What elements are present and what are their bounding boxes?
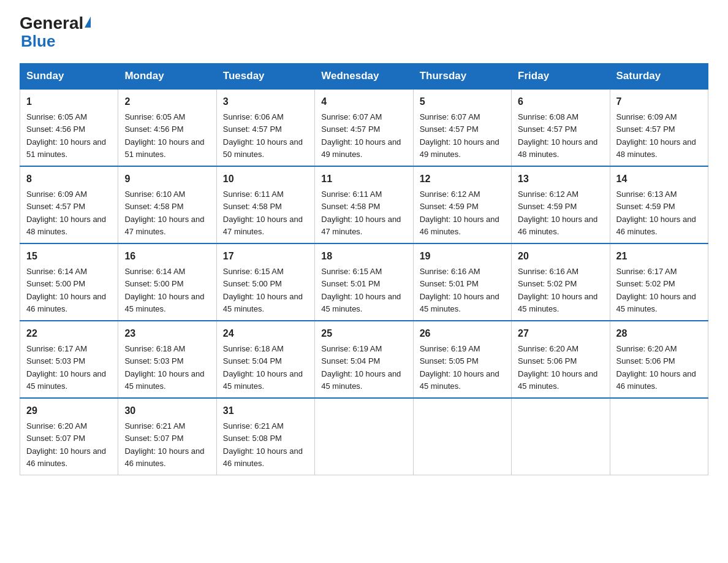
day-number: 14 [616,172,702,186]
header-cell-thursday: Thursday [413,64,511,90]
day-cell: 16 Sunrise: 6:14 AMSunset: 5:00 PMDaylig… [118,243,216,321]
logo-blue-text: Blue [21,32,55,51]
day-cell: 24 Sunrise: 6:18 AMSunset: 5:04 PMDaylig… [216,321,314,398]
day-info: Sunrise: 6:07 AMSunset: 4:57 PMDaylight:… [420,112,499,159]
day-info: Sunrise: 6:21 AMSunset: 5:08 PMDaylight:… [223,421,303,468]
logo: General Blue [20,15,91,51]
day-number: 12 [420,172,505,186]
day-info: Sunrise: 6:20 AMSunset: 5:06 PMDaylight:… [616,344,696,391]
day-info: Sunrise: 6:17 AMSunset: 5:03 PMDaylight:… [26,344,106,391]
day-number: 1 [26,94,112,109]
header-cell-tuesday: Tuesday [216,64,314,90]
day-number: 20 [518,249,603,264]
week-row-3: 15 Sunrise: 6:14 AMSunset: 5:00 PMDaylig… [20,243,708,321]
day-number: 29 [26,404,112,418]
day-number: 9 [124,172,210,186]
day-cell: 26 Sunrise: 6:19 AMSunset: 5:05 PMDaylig… [413,321,511,398]
header-row: SundayMondayTuesdayWednesdayThursdayFrid… [20,64,708,90]
day-info: Sunrise: 6:09 AMSunset: 4:57 PMDaylight:… [616,112,696,159]
week-row-5: 29 Sunrise: 6:20 AMSunset: 5:07 PMDaylig… [20,398,708,475]
day-cell: 5 Sunrise: 6:07 AMSunset: 4:57 PMDayligh… [413,89,511,166]
day-info: Sunrise: 6:15 AMSunset: 5:00 PMDaylight:… [223,267,303,313]
day-info: Sunrise: 6:17 AMSunset: 5:02 PMDaylight:… [616,267,696,313]
day-number: 11 [321,172,406,186]
day-cell: 20 Sunrise: 6:16 AMSunset: 5:02 PMDaylig… [512,243,610,321]
day-cell: 15 Sunrise: 6:14 AMSunset: 5:00 PMDaylig… [20,243,118,321]
day-info: Sunrise: 6:15 AMSunset: 5:01 PMDaylight:… [321,267,401,313]
day-number: 27 [518,326,603,341]
day-cell: 13 Sunrise: 6:12 AMSunset: 4:59 PMDaylig… [512,166,610,243]
day-number: 8 [26,172,112,186]
day-number: 3 [223,94,308,109]
week-row-1: 1 Sunrise: 6:05 AMSunset: 4:56 PMDayligh… [20,89,708,166]
week-row-2: 8 Sunrise: 6:09 AMSunset: 4:57 PMDayligh… [20,166,708,243]
day-info: Sunrise: 6:05 AMSunset: 4:56 PMDaylight:… [124,112,204,159]
day-cell: 1 Sunrise: 6:05 AMSunset: 4:56 PMDayligh… [20,89,118,166]
calendar-table: SundayMondayTuesdayWednesdayThursdayFrid… [20,63,708,475]
day-number: 17 [223,249,308,264]
day-info: Sunrise: 6:12 AMSunset: 4:59 PMDaylight:… [420,190,499,236]
day-cell: 14 Sunrise: 6:13 AMSunset: 4:59 PMDaylig… [610,166,708,243]
day-number: 21 [616,249,702,264]
day-info: Sunrise: 6:07 AMSunset: 4:57 PMDaylight:… [321,112,401,159]
day-number: 4 [321,94,406,109]
day-number: 28 [616,326,702,341]
day-info: Sunrise: 6:13 AMSunset: 4:59 PMDaylight:… [616,190,696,236]
day-number: 7 [616,94,702,109]
day-info: Sunrise: 6:08 AMSunset: 4:57 PMDaylight:… [518,112,597,159]
day-cell [610,398,708,475]
day-info: Sunrise: 6:05 AMSunset: 4:56 PMDaylight:… [26,112,106,159]
page-header: General Blue [20,15,708,51]
day-cell: 11 Sunrise: 6:11 AMSunset: 4:58 PMDaylig… [315,166,413,243]
header-cell-friday: Friday [512,64,610,90]
day-number: 31 [223,404,308,418]
day-cell: 28 Sunrise: 6:20 AMSunset: 5:06 PMDaylig… [610,321,708,398]
day-cell: 27 Sunrise: 6:20 AMSunset: 5:06 PMDaylig… [512,321,610,398]
day-info: Sunrise: 6:18 AMSunset: 5:04 PMDaylight:… [223,344,303,391]
day-info: Sunrise: 6:20 AMSunset: 5:07 PMDaylight:… [26,421,106,468]
day-number: 2 [124,94,210,109]
day-cell: 29 Sunrise: 6:20 AMSunset: 5:07 PMDaylig… [20,398,118,475]
day-info: Sunrise: 6:11 AMSunset: 4:58 PMDaylight:… [223,190,303,236]
day-info: Sunrise: 6:12 AMSunset: 4:59 PMDaylight:… [518,190,597,236]
day-number: 13 [518,172,603,186]
day-info: Sunrise: 6:20 AMSunset: 5:06 PMDaylight:… [518,344,597,391]
day-cell: 4 Sunrise: 6:07 AMSunset: 4:57 PMDayligh… [315,89,413,166]
day-cell: 17 Sunrise: 6:15 AMSunset: 5:00 PMDaylig… [216,243,314,321]
day-number: 5 [420,94,505,109]
header-cell-sunday: Sunday [20,64,118,90]
header-cell-wednesday: Wednesday [315,64,413,90]
day-cell [512,398,610,475]
logo-general-text: General [20,15,83,32]
day-number: 23 [124,326,210,341]
day-number: 10 [223,172,308,186]
day-info: Sunrise: 6:19 AMSunset: 5:05 PMDaylight:… [420,344,499,391]
day-number: 15 [26,249,112,264]
day-info: Sunrise: 6:06 AMSunset: 4:57 PMDaylight:… [223,112,303,159]
day-cell: 12 Sunrise: 6:12 AMSunset: 4:59 PMDaylig… [413,166,511,243]
day-number: 19 [420,249,505,264]
day-cell: 30 Sunrise: 6:21 AMSunset: 5:07 PMDaylig… [118,398,216,475]
day-number: 6 [518,94,603,109]
day-cell: 31 Sunrise: 6:21 AMSunset: 5:08 PMDaylig… [216,398,314,475]
day-info: Sunrise: 6:09 AMSunset: 4:57 PMDaylight:… [26,190,106,236]
day-number: 24 [223,326,308,341]
day-info: Sunrise: 6:19 AMSunset: 5:04 PMDaylight:… [321,344,401,391]
day-info: Sunrise: 6:14 AMSunset: 5:00 PMDaylight:… [26,267,106,313]
day-cell: 10 Sunrise: 6:11 AMSunset: 4:58 PMDaylig… [216,166,314,243]
day-info: Sunrise: 6:11 AMSunset: 4:58 PMDaylight:… [321,190,401,236]
day-number: 22 [26,326,112,341]
day-cell: 19 Sunrise: 6:16 AMSunset: 5:01 PMDaylig… [413,243,511,321]
calendar-body: 1 Sunrise: 6:05 AMSunset: 4:56 PMDayligh… [20,89,708,475]
day-number: 30 [124,404,210,418]
day-cell: 23 Sunrise: 6:18 AMSunset: 5:03 PMDaylig… [118,321,216,398]
day-cell: 9 Sunrise: 6:10 AMSunset: 4:58 PMDayligh… [118,166,216,243]
day-cell: 2 Sunrise: 6:05 AMSunset: 4:56 PMDayligh… [118,89,216,166]
day-cell: 7 Sunrise: 6:09 AMSunset: 4:57 PMDayligh… [610,89,708,166]
week-row-4: 22 Sunrise: 6:17 AMSunset: 5:03 PMDaylig… [20,321,708,398]
day-info: Sunrise: 6:10 AMSunset: 4:58 PMDaylight:… [124,190,204,236]
day-cell: 3 Sunrise: 6:06 AMSunset: 4:57 PMDayligh… [216,89,314,166]
day-cell: 21 Sunrise: 6:17 AMSunset: 5:02 PMDaylig… [610,243,708,321]
day-cell [413,398,511,475]
header-cell-saturday: Saturday [610,64,708,90]
